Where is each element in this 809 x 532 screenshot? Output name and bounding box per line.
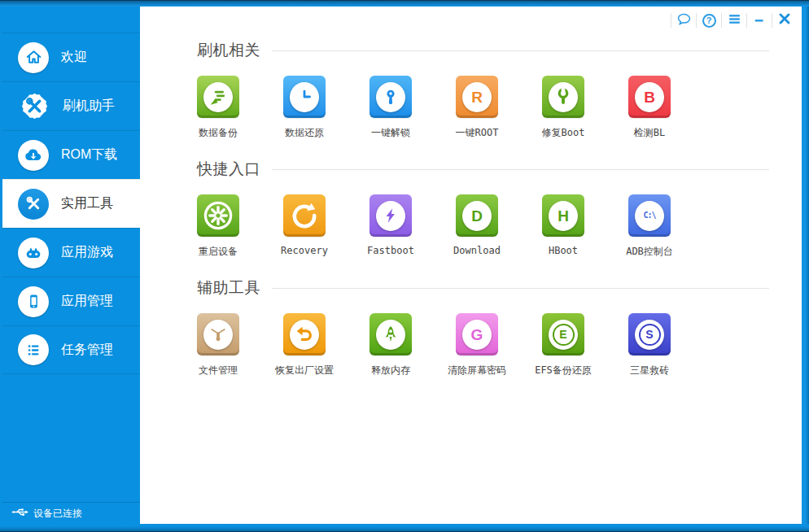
section-flash-related: 刷机相关	[197, 42, 769, 140]
cloud-download-icon	[18, 140, 49, 171]
sidebar-item-utilities[interactable]: 实用工具	[2, 179, 140, 228]
samsung-s-icon: S	[639, 324, 661, 346]
sidebar: 欢迎	[2, 7, 140, 524]
menu-button[interactable]	[722, 7, 746, 33]
gamepad-icon	[18, 238, 49, 268]
tools-page: 刷机相关	[140, 7, 802, 377]
section-title: 刷机相关	[197, 40, 260, 61]
tool-label: ADB控制台	[588, 245, 711, 259]
tool-recovery[interactable]: Recovery	[283, 194, 326, 259]
device-status: 设备已连接	[2, 502, 140, 524]
titlebar[interactable]	[0, 0, 809, 7]
minimize-icon	[752, 11, 767, 29]
sidebar-item-label: 欢迎	[61, 49, 87, 66]
wrench-icon	[553, 86, 574, 107]
letter-r-icon: R	[471, 89, 483, 105]
section-title: 快捷入口	[197, 159, 260, 180]
device-status-label: 设备已连接	[33, 507, 82, 521]
section-auxiliary-tools: 辅助工具	[197, 280, 769, 377]
tool-factory-reset[interactable]: 恢复出厂设置	[283, 313, 326, 377]
tool-hboot[interactable]: H HBoot	[542, 194, 584, 259]
hamburger-menu-icon	[727, 11, 742, 30]
sidebar-item-app-management[interactable]: 应用管理	[2, 277, 140, 325]
section-rule	[272, 169, 769, 170]
tool-efs-backup-restore[interactable]: E EFS备份还原	[542, 313, 584, 377]
tool-samsung-unbrick[interactable]: S 三星救砖	[628, 313, 671, 377]
lightning-icon	[381, 206, 400, 225]
sidebar-item-flash-assistant[interactable]: 刷机助手	[2, 81, 140, 130]
letter-g-icon: G	[471, 327, 483, 342]
letter-d-icon: D	[471, 208, 483, 224]
tool-one-key-root[interactable]: R 一键ROOT	[456, 76, 498, 140]
tools-icon	[18, 189, 49, 220]
tool-fastboot[interactable]: Fastboot	[370, 194, 412, 259]
window-controls: ?	[671, 7, 797, 33]
flash-assistant-icon	[18, 90, 50, 123]
sidebar-item-task-management[interactable]: 任务管理	[2, 325, 140, 374]
tool-label: 检测BL	[588, 126, 711, 140]
section-title: 辅助工具	[197, 277, 260, 299]
tool-download-mode[interactable]: D Download	[456, 194, 498, 259]
file-manager-icon	[208, 324, 229, 345]
rocket-icon	[380, 324, 401, 345]
tool-file-manager[interactable]: 文件管理	[197, 313, 239, 377]
sidebar-item-label: 刷机助手	[63, 98, 115, 115]
section-rule	[272, 288, 769, 289]
sidebar-item-label: ROM下载	[61, 146, 117, 164]
sidebar-item-label: 任务管理	[61, 342, 113, 359]
restart-burst-icon	[203, 201, 233, 230]
command-prompt-icon: C:\	[643, 211, 655, 220]
letter-h-icon: H	[558, 208, 569, 224]
recovery-arrow-icon	[291, 202, 318, 229]
sidebar-item-apps-games[interactable]: 应用游戏	[2, 228, 140, 277]
task-list-icon	[18, 334, 49, 365]
question-mark-icon: ?	[702, 14, 716, 28]
help-button[interactable]: ?	[697, 7, 721, 33]
tool-adb-console[interactable]: C:\ ADB控制台	[628, 194, 671, 259]
close-icon	[776, 11, 793, 30]
sidebar-item-label: 应用管理	[61, 293, 113, 310]
tool-one-key-unlock[interactable]: 一键解锁	[370, 76, 412, 140]
section-quick-entry: 快捷入口	[197, 161, 769, 259]
undo-arrow-icon	[294, 324, 315, 345]
key-icon	[380, 86, 401, 107]
backup-lines-icon	[208, 86, 229, 107]
chat-bubble-icon	[676, 11, 692, 30]
main-content: ?	[140, 7, 802, 524]
home-icon	[18, 42, 49, 73]
tool-data-restore[interactable]: 数据还原	[283, 76, 326, 140]
section-rule	[272, 50, 769, 51]
letter-b-icon: B	[644, 89, 655, 105]
tool-fix-boot[interactable]: 修复Boot	[542, 76, 584, 140]
window-edge-right	[802, 7, 809, 524]
tool-clear-screen-password[interactable]: G 清除屏幕密码	[456, 313, 498, 377]
usb-icon	[11, 507, 28, 520]
window-edge-bottom	[0, 524, 809, 532]
app-window: 欢迎	[0, 0, 809, 532]
tool-check-bl[interactable]: B 检测BL	[628, 76, 671, 140]
phone-icon	[18, 286, 49, 317]
tool-reboot-device[interactable]: 重启设备	[197, 194, 239, 259]
feedback-button[interactable]	[671, 7, 696, 33]
close-button[interactable]	[772, 7, 797, 33]
sidebar-item-label: 实用工具	[61, 195, 113, 212]
minimize-button[interactable]	[747, 7, 772, 33]
efs-ring-icon: E	[553, 324, 575, 346]
clock-icon	[294, 86, 315, 107]
sidebar-item-rom-download[interactable]: ROM下载	[2, 130, 140, 179]
sidebar-item-label: 应用游戏	[61, 244, 113, 261]
sidebar-nav: 欢迎	[2, 33, 140, 374]
tool-free-memory[interactable]: 释放内存	[370, 313, 412, 377]
sidebar-item-welcome[interactable]: 欢迎	[2, 33, 140, 81]
tool-label: 三星救砖	[588, 364, 711, 377]
tool-data-backup[interactable]: 数据备份	[197, 76, 239, 140]
